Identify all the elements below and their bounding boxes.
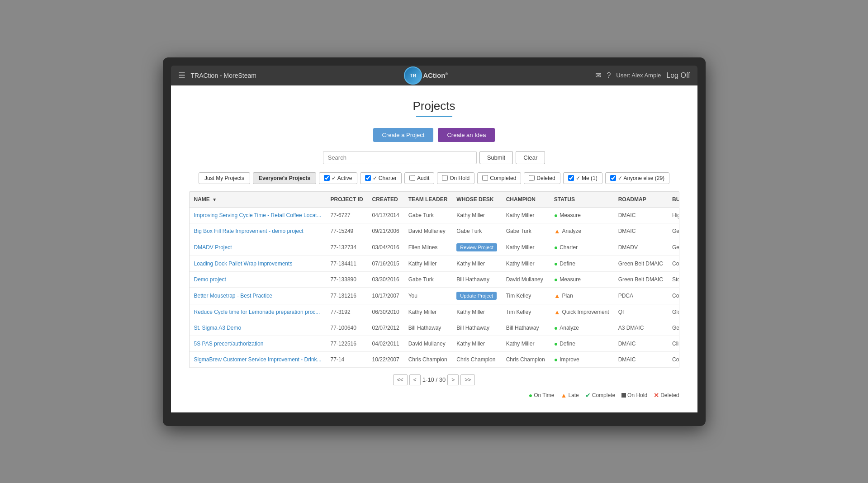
col-name[interactable]: NAME ▼	[190, 192, 326, 208]
late-icon: ▲	[561, 392, 567, 399]
project-id-cell: 77-133890	[326, 271, 368, 287]
next-page-button[interactable]: >	[447, 374, 459, 385]
create-idea-button[interactable]: Create an Idea	[438, 128, 495, 142]
filter-completed[interactable]: Completed	[477, 172, 521, 184]
champion-cell: Kathy Miller	[502, 207, 550, 223]
completed-checkbox[interactable]	[482, 175, 488, 181]
on-hold-checkbox[interactable]	[442, 175, 448, 181]
update-project-button[interactable]: Update Project	[456, 292, 497, 300]
search-bar: Submit Clear	[189, 151, 679, 164]
everyones-projects-button[interactable]: Everyone's Projects	[253, 172, 316, 184]
logo-icon: TR	[404, 66, 422, 85]
submit-button[interactable]: Submit	[479, 151, 513, 164]
just-my-projects-button[interactable]: Just My Projects	[199, 172, 250, 184]
project-link[interactable]: Better Mousetrap - Best Practice	[194, 293, 272, 299]
roadmap-cell: A3 DMAIC	[614, 320, 668, 336]
legend-late: ▲ Late	[561, 392, 579, 399]
last-page-button[interactable]: >>	[460, 374, 475, 385]
project-id-cell: 77-134411	[326, 256, 368, 271]
champion-cell: Chris Champion	[502, 351, 550, 367]
project-link[interactable]: DMADV Project	[194, 244, 232, 251]
title-underline	[416, 116, 452, 117]
review-project-button[interactable]: Review Project	[456, 243, 497, 251]
project-link[interactable]: Improving Serving Cycle Time - Retail Co…	[194, 212, 322, 218]
filter-on-hold[interactable]: On Hold	[437, 172, 474, 184]
project-link[interactable]: 5S PAS precert/authorization	[194, 341, 264, 347]
logo-text: ACtion®	[423, 71, 448, 79]
status-cell: ●Improve	[550, 351, 614, 367]
filter-me[interactable]: ✓ Me (1)	[563, 172, 602, 184]
status-text: Measure	[560, 276, 581, 283]
status-cell: ●Analyze	[550, 320, 614, 336]
whose-desk-cell: Kathy Miller	[452, 256, 501, 271]
project-link[interactable]: Loading Dock Pallet Wrap Improvements	[194, 260, 293, 267]
table-row: Reduce Cycle time for Lemonade preparati…	[190, 304, 679, 320]
filter-deleted[interactable]: Deleted	[524, 172, 560, 184]
legend-on-time: ● On Time	[529, 392, 555, 399]
filter-active[interactable]: ✓ Active	[319, 172, 357, 184]
search-input[interactable]	[323, 151, 477, 164]
prev-page-button[interactable]: <	[409, 374, 421, 385]
anyone-else-checkbox[interactable]	[610, 175, 616, 181]
status-text: Analyze	[562, 228, 582, 234]
project-link[interactable]: St. Sigma A3 Demo	[194, 325, 242, 331]
status-cell: ●Define	[550, 256, 614, 271]
help-icon[interactable]: ?	[607, 71, 611, 80]
project-link[interactable]: Reduce Cycle time for Lemonade preparati…	[194, 309, 320, 315]
status-text: Quick Improvement	[562, 309, 609, 315]
business-unit-cell: General Healthcare	[668, 223, 679, 239]
whose-desk-cell: Update Project	[452, 287, 501, 304]
business-unit-cell: Clinical Healthcare	[668, 336, 679, 351]
project-link[interactable]: Demo project	[194, 276, 226, 283]
champion-cell: Kathy Miller	[502, 239, 550, 256]
legend-on-hold: On Hold	[621, 392, 647, 398]
business-unit-cell: Consumer Products	[668, 351, 679, 367]
filter-charter[interactable]: ✓ Charter	[360, 172, 402, 184]
project-id-cell: 77-3192	[326, 304, 368, 320]
business-unit-cell: Store Operations	[668, 271, 679, 287]
active-checkbox[interactable]	[324, 175, 330, 181]
logoff-button[interactable]: Log Off	[666, 71, 690, 80]
create-project-button[interactable]: Create a Project	[373, 128, 434, 142]
created-cell: 06/30/2010	[368, 304, 404, 320]
created-cell: 02/07/2012	[368, 320, 404, 336]
first-page-button[interactable]: <<	[393, 374, 408, 385]
business-unit-cell: General Healthcare	[668, 320, 679, 336]
whose-desk-cell: Gabe Turk	[452, 223, 501, 239]
legend: ● On Time ▲ Late ✔ Complete On Hold ✕ De…	[189, 392, 679, 399]
created-cell: 04/02/2011	[368, 336, 404, 351]
roadmap-cell: PDCA	[614, 287, 668, 304]
col-status: STATUS	[550, 192, 614, 208]
status-cell: ●Measure	[550, 271, 614, 287]
status-text: Charter	[560, 244, 578, 251]
project-link[interactable]: Big Box Fill Rate Improvement - demo pro…	[194, 228, 304, 234]
roadmap-cell: QI	[614, 304, 668, 320]
project-id-cell: 77-14	[326, 351, 368, 367]
status-green-icon: ●	[554, 244, 558, 251]
status-text: Plan	[562, 293, 573, 299]
me-checkbox[interactable]	[568, 175, 574, 181]
mail-icon[interactable]: ✉	[595, 71, 601, 80]
charter-checkbox[interactable]	[365, 175, 371, 181]
filter-anyone-else[interactable]: ✓ Anyone else (29)	[605, 172, 669, 184]
on-time-icon: ●	[529, 392, 532, 399]
deleted-icon: ✕	[654, 392, 659, 399]
status-green-icon: ●	[554, 276, 558, 283]
champion-cell: David Mullaney	[502, 271, 550, 287]
whose-desk-cell: Bill Hathaway	[452, 320, 501, 336]
audit-checkbox[interactable]	[409, 175, 415, 181]
table-row: Demo project77-13389003/30/2016Gabe Turk…	[190, 271, 679, 287]
status-text: Measure	[560, 212, 581, 218]
team-leader-cell: Chris Champion	[404, 351, 452, 367]
table-row: SigmaBrew Customer Service Improvement -…	[190, 351, 679, 367]
filter-audit[interactable]: Audit	[404, 172, 434, 184]
col-project-id: PROJECT ID	[326, 192, 368, 208]
clear-button[interactable]: Clear	[516, 151, 545, 164]
hamburger-icon[interactable]: ☰	[178, 71, 185, 80]
project-link[interactable]: SigmaBrew Customer Service Improvement -…	[194, 356, 322, 363]
logo: TR ACtion®	[404, 66, 448, 85]
table-row: Loading Dock Pallet Wrap Improvements77-…	[190, 256, 679, 271]
deleted-checkbox[interactable]	[529, 175, 535, 181]
projects-table-container: NAME ▼ PROJECT ID CREATED TEAM LEADER WH…	[189, 191, 679, 368]
created-cell: 09/21/2006	[368, 223, 404, 239]
